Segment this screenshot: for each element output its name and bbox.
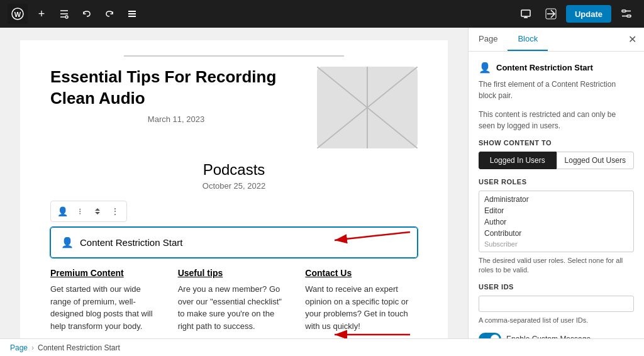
role-editor[interactable]: Editor <box>479 205 633 216</box>
sidebar-block-icon: 👤 <box>479 62 491 74</box>
user-roles-desc: The desired valid user roles. Select non… <box>479 256 634 275</box>
user-ids-label: USER IDS <box>479 283 634 291</box>
user-ids-input[interactable] <box>479 296 634 312</box>
settings-button[interactable] <box>616 4 636 24</box>
breadcrumb-bar: Page › Content Restriction Start <box>0 338 644 356</box>
show-content-buttons: Logged In Users Logged Out Users <box>479 152 634 169</box>
svg-rect-3 <box>128 11 136 12</box>
svg-rect-6 <box>521 10 530 16</box>
column-contact-text: Want to receive an expert opinion on a s… <box>305 283 418 332</box>
column-useful-tips: Useful tips Are you a new member? Go ove… <box>178 268 291 332</box>
post-date: March 11, 2023 <box>50 114 302 124</box>
breadcrumb-page[interactable]: Page <box>10 343 28 352</box>
user-ids-desc: A comma-separated list of user IDs. <box>479 316 634 325</box>
role-contributor[interactable]: Contributor <box>479 228 633 239</box>
breadcrumb-item: Content Restriction Start <box>38 343 120 352</box>
column-tips-title: Useful tips <box>178 268 291 278</box>
btn-logged-in[interactable]: Logged In Users <box>479 152 557 169</box>
tab-page[interactable]: Page <box>469 28 508 51</box>
sidebar-block-desc1: The first element of a Content Restricti… <box>479 79 634 101</box>
column-contact-title: Contact Us <box>305 268 418 278</box>
toggle-row: Enable Custom Message <box>479 333 634 338</box>
column-tips-text: Are you a new member? Go over our "essen… <box>178 283 291 332</box>
canvas-wrapper: Essential Tips For Recording Clean Audio… <box>20 40 448 338</box>
show-content-label: SHOW CONTENT TO <box>479 139 634 147</box>
user-roles-label: USER ROLES <box>479 178 634 186</box>
person-icon[interactable]: 👤 <box>55 204 70 219</box>
editor-canvas: Essential Tips For Recording Clean Audio… <box>20 40 448 338</box>
list-view-button[interactable] <box>123 5 141 23</box>
svg-rect-9 <box>627 15 631 17</box>
role-subscriber[interactable]: Subscriber <box>479 239 633 249</box>
post-title-area: Essential Tips For Recording Clean Audio… <box>50 67 302 124</box>
undo-button[interactable] <box>78 5 96 23</box>
tab-block[interactable]: Block <box>508 28 548 51</box>
svg-rect-4 <box>128 13 136 14</box>
column-premium-title: Premium Content <box>50 268 163 278</box>
view-site-button[interactable] <box>541 4 561 24</box>
btn-logged-out[interactable]: Logged Out Users <box>557 152 635 169</box>
podcasts-title: Podcasts <box>50 161 418 179</box>
tools-button[interactable] <box>55 5 73 23</box>
breadcrumb-separator: › <box>31 343 34 352</box>
post-header: Essential Tips For Recording Clean Audio… <box>50 67 418 148</box>
enable-custom-message-toggle[interactable] <box>479 333 501 338</box>
sidebar-block-title: Content Restriction Start <box>496 63 593 72</box>
sidebar-close-button[interactable]: ✕ <box>621 28 644 50</box>
sidebar-tabs: Page Block ✕ <box>469 28 644 52</box>
add-block-button[interactable]: + <box>33 5 50 23</box>
more-options-icon[interactable]: ⋮ <box>108 204 123 219</box>
columns-area: Premium Content Get started with our wid… <box>50 268 418 332</box>
podcasts-section: Podcasts October 25, 2022 <box>50 161 418 191</box>
svg-rect-8 <box>622 10 626 12</box>
editor-area: Essential Tips For Recording Clean Audio… <box>0 28 468 338</box>
update-button[interactable]: Update <box>566 5 611 23</box>
role-author[interactable]: Author <box>479 216 633 228</box>
svg-point-2 <box>65 16 68 18</box>
content-restriction-start-block[interactable]: 👤 Content Restriction Start <box>50 227 418 258</box>
column-premium-content: Premium Content Get started with our wid… <box>50 268 163 332</box>
svg-text:W: W <box>14 11 21 18</box>
move-up-down-icon[interactable] <box>90 204 105 219</box>
top-toolbar: W + Update <box>0 0 644 28</box>
svg-rect-5 <box>128 16 136 17</box>
drag-handle-icon[interactable]: ⁝ <box>72 204 87 219</box>
preview-button[interactable] <box>516 4 536 24</box>
column-premium-text: Get started with our wide range of premi… <box>50 283 163 332</box>
right-sidebar: Page Block ✕ 👤 Content Restriction Start… <box>468 28 644 338</box>
featured-image <box>317 67 418 148</box>
user-roles-list[interactable]: Administrator Editor Author Contributor … <box>479 191 634 252</box>
sidebar-block-header: 👤 Content Restriction Start <box>479 62 634 74</box>
podcasts-date: October 25, 2022 <box>50 181 418 191</box>
sidebar-block-desc2: This content is restricted and can only … <box>479 109 634 131</box>
block-toolbar: 👤 ⁝ ⋮ <box>50 201 127 222</box>
redo-button[interactable] <box>101 5 118 23</box>
main-layout: Essential Tips For Recording Clean Audio… <box>0 28 644 338</box>
column-contact-us: Contact Us Want to receive an expert opi… <box>305 268 418 332</box>
restriction-start-icon: 👤 <box>61 236 74 248</box>
restriction-start-label: Content Restriction Start <box>80 237 182 248</box>
role-administrator[interactable]: Administrator <box>479 194 633 205</box>
post-title: Essential Tips For Recording Clean Audio <box>50 67 302 109</box>
sidebar-body: 👤 Content Restriction Start The first el… <box>469 52 644 338</box>
wp-logo: W <box>8 4 28 24</box>
